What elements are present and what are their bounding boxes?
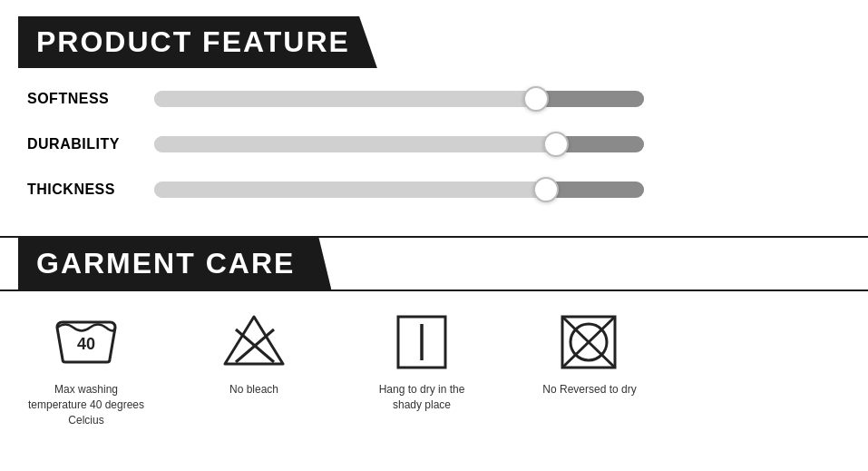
durability-label: DURABILITY (27, 136, 127, 152)
garment-care-title: GARMENT CARE (36, 247, 295, 280)
durability-unfilled (556, 136, 644, 152)
durability-row: DURABILITY (27, 132, 832, 157)
durability-filled (154, 136, 556, 152)
no-reversed-label: No Reversed to dry (542, 382, 636, 397)
no-bleach-icon (218, 309, 290, 373)
hang-dry-label: Hang to dry in the shady place (363, 382, 481, 413)
care-item-no-bleach: No bleach (200, 309, 308, 397)
product-feature-title: PRODUCT FEATURE (36, 25, 350, 59)
softness-row: SOFTNESS (27, 86, 832, 112)
softness-unfilled (536, 91, 644, 107)
thickness-thumb[interactable] (533, 177, 559, 202)
no-bleach-label: No bleach (229, 382, 278, 397)
sliders-container: SOFTNESS DURABILITY THICKN (0, 68, 868, 231)
svg-text:40: 40 (77, 335, 95, 353)
product-feature-section: PRODUCT FEATURE SOFTNESS DURABILITY (0, 0, 868, 231)
product-feature-header: PRODUCT FEATURE (18, 16, 377, 68)
thickness-filled (154, 182, 546, 198)
thickness-track (154, 182, 644, 198)
softness-label: SOFTNESS (27, 91, 127, 107)
garment-care-section: GARMENT CARE 40 Max washing temperature … (0, 238, 868, 437)
softness-slider[interactable] (154, 86, 644, 112)
durability-thumb[interactable] (543, 132, 569, 157)
softness-filled (154, 91, 536, 107)
softness-track (154, 91, 644, 107)
wash-40-icon: 40 (50, 309, 122, 373)
care-item-no-reversed: No Reversed to dry (535, 309, 644, 397)
thickness-unfilled (546, 182, 644, 198)
thickness-label: THICKNESS (27, 182, 127, 198)
softness-thumb[interactable] (523, 86, 549, 112)
care-item-wash: 40 Max washing temperature 40 degrees Ce… (27, 309, 145, 427)
thickness-slider[interactable] (154, 177, 644, 202)
care-icons-container: 40 Max washing temperature 40 degrees Ce… (0, 291, 868, 437)
no-reversed-icon (553, 309, 626, 373)
wash-40-label: Max washing temperature 40 degrees Celci… (27, 382, 145, 427)
hang-dry-icon (385, 309, 458, 373)
garment-care-header: GARMENT CARE (18, 238, 331, 289)
care-item-hang-dry: Hang to dry in the shady place (363, 309, 481, 413)
svg-marker-1 (225, 317, 283, 364)
thickness-row: THICKNESS (27, 177, 832, 202)
durability-track (154, 136, 644, 152)
durability-slider[interactable] (154, 132, 644, 157)
